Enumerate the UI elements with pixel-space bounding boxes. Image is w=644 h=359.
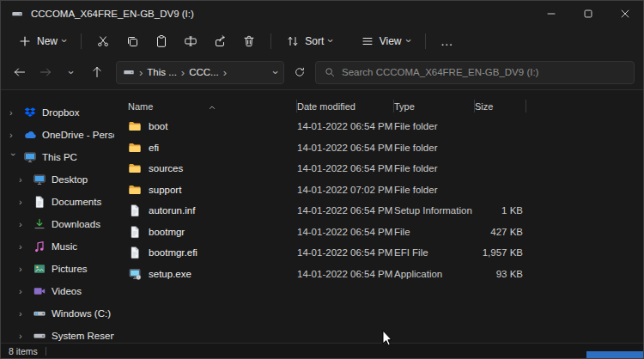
minimize-button[interactable]: [532, 1, 569, 27]
refresh-button[interactable]: [288, 60, 312, 84]
breadcrumb-this-pc[interactable]: This ...: [147, 67, 177, 77]
file-date: 14-01-2022 06:54 PM: [297, 247, 394, 258]
close-button[interactable]: [606, 1, 643, 27]
column-header-type[interactable]: Type: [394, 101, 475, 112]
address-bar: › › This ... › CCC... › ›: [1, 55, 643, 90]
sidebar-item-this-pc[interactable]: › This PC: [1, 146, 114, 168]
column-header-name[interactable]: Name: [126, 101, 297, 112]
sidebar-item-label: Videos: [52, 286, 82, 296]
chevron-right-icon[interactable]: ›: [19, 308, 27, 319]
search-input[interactable]: [342, 67, 626, 77]
chevron-right-icon[interactable]: ›: [19, 286, 27, 296]
sidebar-item-dropbox[interactable]: › Dropbox: [1, 101, 114, 124]
sidebar-item-windows-c[interactable]: › Windows (C:): [1, 302, 114, 325]
toolbar-separator: [270, 33, 271, 49]
search-box[interactable]: [315, 61, 635, 84]
command-bar: New › Sort › View › …: [1, 27, 643, 55]
file-row[interactable]: support 14-01-2022 07:02 PM File folder: [126, 180, 643, 201]
application-icon: [128, 267, 142, 281]
chevron-down-icon[interactable]: ›: [9, 153, 19, 161]
window-controls: [532, 1, 643, 27]
folder-icon: [128, 119, 142, 133]
file-row[interactable]: sources 14-01-2022 06:54 PM File folder: [126, 158, 643, 180]
toolbar-separator: [81, 33, 82, 49]
chevron-right-icon[interactable]: ›: [19, 331, 27, 341]
maximize-icon: [582, 8, 594, 20]
sidebar-item-downloads[interactable]: › Downloads: [1, 213, 114, 235]
up-button[interactable]: [85, 60, 109, 84]
file-row[interactable]: autorun.inf 14-01-2022 06:54 PM Setup In…: [126, 200, 643, 222]
file-row[interactable]: boot 14-01-2022 06:54 PM File folder: [126, 116, 643, 137]
share-icon: [213, 34, 227, 48]
file-name: efi: [149, 143, 159, 153]
back-button[interactable]: [8, 60, 32, 84]
column-resize-handle[interactable]: [526, 100, 526, 113]
copy-button[interactable]: [118, 29, 146, 53]
minimize-icon: [545, 8, 557, 20]
share-button[interactable]: [206, 29, 234, 53]
titlebar: CCCOMA_X64FRE_EN-GB_DV9 (I:): [1, 1, 643, 27]
cut-icon: [96, 34, 110, 48]
dropbox-icon: [23, 106, 37, 119]
file-date: 14-01-2022 06:54 PM: [297, 121, 394, 131]
file-type: File folder: [394, 163, 475, 173]
forward-button[interactable]: [33, 60, 58, 84]
new-button-label: New: [37, 35, 58, 47]
breadcrumb[interactable]: › This ... › CCC... › ›: [116, 61, 284, 84]
file-size: 427 KB: [475, 227, 526, 237]
column-header-size[interactable]: Size: [475, 101, 526, 112]
sidebar-item-system-reserved[interactable]: › System Reserve: [1, 325, 114, 341]
paste-icon: [155, 34, 168, 48]
sort-button[interactable]: Sort ›: [279, 29, 339, 53]
sidebar-item-label: Pictures: [52, 264, 88, 274]
file-date: 14-01-2022 06:54 PM: [297, 205, 394, 216]
chevron-down-icon: ›: [59, 39, 70, 42]
search-icon: [324, 66, 336, 78]
sidebar-item-documents[interactable]: › Documents: [1, 191, 114, 213]
maximize-button[interactable]: [569, 1, 606, 27]
file-row[interactable]: bootmgr 14-01-2022 06:54 PM File 427 KB: [126, 222, 643, 243]
rename-icon: [184, 34, 197, 48]
rename-button[interactable]: [177, 29, 204, 53]
file-row[interactable]: bootmgr.efi 14-01-2022 06:54 PM EFI File…: [126, 242, 643, 264]
recent-locations-button[interactable]: ›: [59, 60, 83, 84]
column-header-date-modified[interactable]: Date modified: [297, 101, 394, 112]
file-type: File folder: [394, 121, 475, 131]
paste-button[interactable]: [148, 29, 175, 53]
delete-button[interactable]: [235, 29, 263, 53]
sidebar-item-pictures[interactable]: › Pictures: [1, 258, 114, 280]
chevron-right-icon[interactable]: ›: [19, 219, 27, 229]
new-button[interactable]: New ›: [11, 29, 73, 53]
back-arrow-icon: [13, 65, 27, 79]
address-dropdown-chevron-icon[interactable]: ›: [270, 70, 281, 74]
chevron-right-icon[interactable]: ›: [9, 107, 18, 118]
file-row[interactable]: efi 14-01-2022 06:54 PM File folder: [126, 137, 643, 159]
file-icon: [128, 204, 142, 217]
chevron-right-icon: ›: [181, 67, 185, 78]
documents-icon: [33, 195, 46, 209]
sidebar-item-desktop[interactable]: › Desktop: [1, 168, 114, 191]
more-options-button[interactable]: …: [434, 29, 461, 53]
breadcrumb-drive[interactable]: CCC...: [189, 67, 219, 77]
file-row[interactable]: setup.exe 14-01-2022 06:54 PM Applicatio…: [126, 264, 643, 285]
cut-button[interactable]: [89, 29, 117, 53]
drive-icon: [33, 329, 46, 341]
sidebar-item-videos[interactable]: › Videos: [1, 280, 114, 302]
sidebar-item-label: Desktop: [52, 174, 88, 185]
chevron-right-icon[interactable]: ›: [19, 264, 27, 274]
sort-icon: [286, 34, 300, 48]
chevron-right-icon[interactable]: ›: [9, 130, 18, 140]
copy-icon: [125, 34, 139, 48]
chevron-right-icon[interactable]: ›: [19, 197, 27, 207]
sidebar-item-music[interactable]: › Music: [1, 235, 114, 258]
main-content: › Dropbox › OneDrive - Perso › This PC ›…: [1, 90, 643, 341]
sidebar-item-onedrive[interactable]: › OneDrive - Perso: [1, 124, 114, 146]
chevron-right-icon[interactable]: ›: [19, 241, 27, 252]
file-type: Application: [394, 269, 475, 279]
chevron-right-icon[interactable]: ›: [19, 174, 27, 185]
sort-button-label: Sort: [305, 35, 324, 47]
file-name: setup.exe: [149, 269, 191, 279]
view-button[interactable]: View ›: [354, 29, 417, 53]
refresh-icon: [294, 66, 306, 78]
trash-icon: [242, 34, 256, 48]
